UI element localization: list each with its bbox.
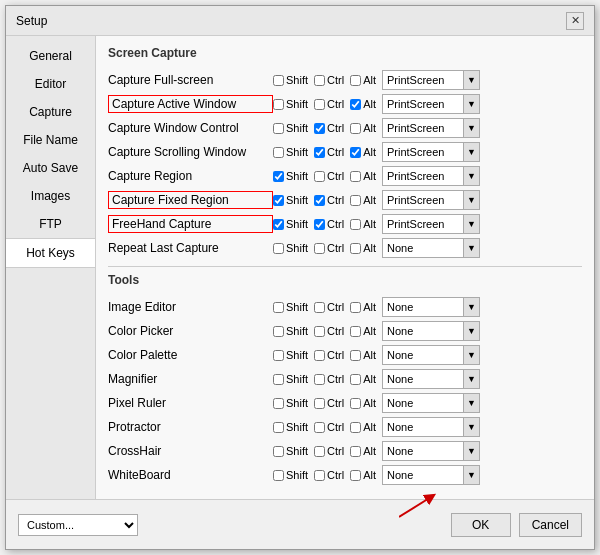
shift-checkbox[interactable] bbox=[273, 123, 284, 134]
alt-checkbox[interactable] bbox=[350, 302, 361, 313]
shift-label: Shift bbox=[286, 325, 308, 337]
key-dropdown-arrow[interactable]: ▼ bbox=[464, 118, 480, 138]
ctrl-checkbox[interactable] bbox=[314, 326, 325, 337]
shift-checkbox[interactable] bbox=[273, 446, 284, 457]
shift-checkbox[interactable] bbox=[273, 147, 284, 158]
key-display: None bbox=[382, 465, 464, 485]
key-dropdown-arrow[interactable]: ▼ bbox=[464, 369, 480, 389]
ctrl-checkbox[interactable] bbox=[314, 350, 325, 361]
alt-checkbox[interactable] bbox=[350, 326, 361, 337]
ctrl-checkbox[interactable] bbox=[314, 243, 325, 254]
shift-checkbox[interactable] bbox=[273, 99, 284, 110]
key-dropdown-arrow[interactable]: ▼ bbox=[464, 465, 480, 485]
shift-checkbox[interactable] bbox=[273, 75, 284, 86]
key-display: None bbox=[382, 441, 464, 461]
hotkey-row: Capture Scrolling WindowShiftCtrlAltPrin… bbox=[108, 140, 582, 164]
hotkey-row: Color PickerShiftCtrlAltNone▼ bbox=[108, 319, 582, 343]
custom-select[interactable]: Custom... bbox=[18, 514, 138, 536]
alt-checkbox[interactable] bbox=[350, 350, 361, 361]
ctrl-checkbox[interactable] bbox=[314, 123, 325, 134]
hotkey-row: Capture Full-screenShiftCtrlAltPrintScre… bbox=[108, 68, 582, 92]
key-dropdown-arrow[interactable]: ▼ bbox=[464, 70, 480, 90]
sidebar-item-hot-keys[interactable]: Hot Keys bbox=[6, 238, 95, 268]
sidebar-item-editor[interactable]: Editor bbox=[6, 70, 95, 98]
shift-checkbox[interactable] bbox=[273, 350, 284, 361]
ctrl-checkbox[interactable] bbox=[314, 99, 325, 110]
alt-label: Alt bbox=[363, 301, 376, 313]
modifiers: ShiftCtrlAltPrintScreen▼ bbox=[273, 190, 582, 210]
sidebar-item-auto-save[interactable]: Auto Save bbox=[6, 154, 95, 182]
key-dropdown-arrow[interactable]: ▼ bbox=[464, 345, 480, 365]
alt-checkbox[interactable] bbox=[350, 171, 361, 182]
shift-checkbox[interactable] bbox=[273, 398, 284, 409]
ctrl-checkbox[interactable] bbox=[314, 446, 325, 457]
mod-group-alt: Alt bbox=[350, 397, 376, 409]
close-button[interactable]: ✕ bbox=[566, 12, 584, 30]
key-dropdown-arrow[interactable]: ▼ bbox=[464, 417, 480, 437]
mod-group-alt: Alt bbox=[350, 122, 376, 134]
ctrl-checkbox[interactable] bbox=[314, 470, 325, 481]
alt-checkbox[interactable] bbox=[350, 99, 361, 110]
ctrl-checkbox[interactable] bbox=[314, 398, 325, 409]
ctrl-checkbox[interactable] bbox=[314, 422, 325, 433]
key-display: PrintScreen bbox=[382, 190, 464, 210]
cancel-button[interactable]: Cancel bbox=[519, 513, 582, 537]
sidebar-item-capture[interactable]: Capture bbox=[6, 98, 95, 126]
shift-checkbox[interactable] bbox=[273, 326, 284, 337]
hotkey-row: Capture RegionShiftCtrlAltPrintScreen▼ bbox=[108, 164, 582, 188]
shift-checkbox[interactable] bbox=[273, 302, 284, 313]
mod-group-alt: Alt bbox=[350, 373, 376, 385]
ctrl-checkbox[interactable] bbox=[314, 195, 325, 206]
mod-group-alt: Alt bbox=[350, 349, 376, 361]
key-display: None bbox=[382, 417, 464, 437]
key-dropdown-arrow[interactable]: ▼ bbox=[464, 94, 480, 114]
alt-checkbox[interactable] bbox=[350, 219, 361, 230]
alt-checkbox[interactable] bbox=[350, 374, 361, 385]
alt-checkbox[interactable] bbox=[350, 243, 361, 254]
shift-checkbox[interactable] bbox=[273, 195, 284, 206]
shift-checkbox[interactable] bbox=[273, 171, 284, 182]
ctrl-checkbox[interactable] bbox=[314, 171, 325, 182]
ctrl-checkbox[interactable] bbox=[314, 302, 325, 313]
alt-checkbox[interactable] bbox=[350, 470, 361, 481]
sidebar-item-general[interactable]: General bbox=[6, 42, 95, 70]
shift-label: Shift bbox=[286, 397, 308, 409]
sidebar-item-images[interactable]: Images bbox=[6, 182, 95, 210]
key-dropdown-arrow[interactable]: ▼ bbox=[464, 214, 480, 234]
shift-checkbox[interactable] bbox=[273, 470, 284, 481]
key-dropdown-arrow[interactable]: ▼ bbox=[464, 393, 480, 413]
alt-checkbox[interactable] bbox=[350, 195, 361, 206]
shift-checkbox[interactable] bbox=[273, 219, 284, 230]
key-dropdown-arrow[interactable]: ▼ bbox=[464, 238, 480, 258]
ctrl-checkbox[interactable] bbox=[314, 75, 325, 86]
shift-checkbox[interactable] bbox=[273, 243, 284, 254]
ok-button[interactable]: OK bbox=[451, 513, 511, 537]
alt-checkbox[interactable] bbox=[350, 446, 361, 457]
shift-checkbox[interactable] bbox=[273, 422, 284, 433]
mod-group-shift: Shift bbox=[273, 218, 308, 230]
alt-checkbox[interactable] bbox=[350, 123, 361, 134]
sidebar-item-file-name[interactable]: File Name bbox=[6, 126, 95, 154]
alt-checkbox[interactable] bbox=[350, 398, 361, 409]
key-dropdown-arrow[interactable]: ▼ bbox=[464, 441, 480, 461]
key-container: None▼ bbox=[382, 417, 480, 437]
alt-checkbox[interactable] bbox=[350, 422, 361, 433]
shift-label: Shift bbox=[286, 242, 308, 254]
key-container: PrintScreen▼ bbox=[382, 142, 480, 162]
alt-checkbox[interactable] bbox=[350, 75, 361, 86]
shift-checkbox[interactable] bbox=[273, 374, 284, 385]
key-dropdown-arrow[interactable]: ▼ bbox=[464, 297, 480, 317]
key-dropdown-arrow[interactable]: ▼ bbox=[464, 166, 480, 186]
key-dropdown-arrow[interactable]: ▼ bbox=[464, 142, 480, 162]
key-dropdown-arrow[interactable]: ▼ bbox=[464, 321, 480, 341]
sidebar-item-ftp[interactable]: FTP bbox=[6, 210, 95, 238]
modifiers: ShiftCtrlAltNone▼ bbox=[273, 321, 582, 341]
alt-checkbox[interactable] bbox=[350, 147, 361, 158]
ctrl-checkbox[interactable] bbox=[314, 147, 325, 158]
ctrl-checkbox[interactable] bbox=[314, 219, 325, 230]
ctrl-label: Ctrl bbox=[327, 325, 344, 337]
key-dropdown-arrow[interactable]: ▼ bbox=[464, 190, 480, 210]
hotkey-label: Protractor bbox=[108, 420, 273, 434]
mod-group-ctrl: Ctrl bbox=[314, 301, 344, 313]
ctrl-checkbox[interactable] bbox=[314, 374, 325, 385]
